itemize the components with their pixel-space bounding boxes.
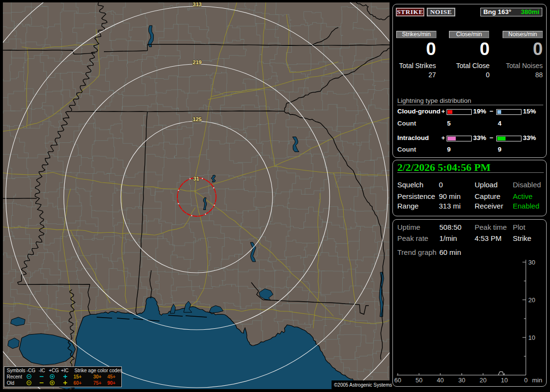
svg-text:40: 40 [437,377,444,384]
svg-text:20: 20 [528,296,535,304]
svg-text:60: 60 [394,377,401,384]
svg-text:50: 50 [416,377,422,384]
svg-text:20: 20 [479,377,486,384]
svg-text:30: 30 [528,259,535,266]
svg-text:10: 10 [528,334,535,341]
svg-text:31: 31 [193,176,199,182]
svg-text:125: 125 [193,116,202,122]
svg-text:min: min [532,377,542,384]
svg-text:0: 0 [524,377,527,384]
svg-text:30: 30 [458,377,465,384]
svg-text:219: 219 [193,59,202,65]
svg-text:10: 10 [501,377,507,384]
